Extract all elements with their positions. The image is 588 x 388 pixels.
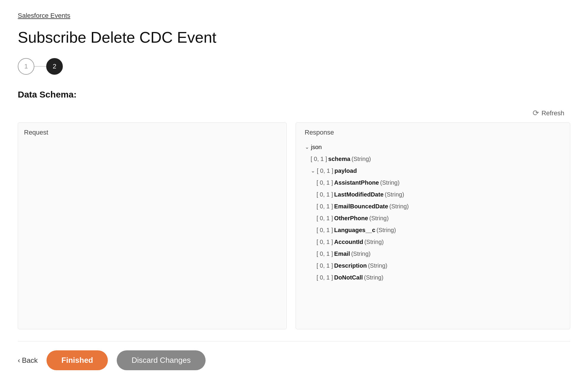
tree-row-root: ⌄ json (305, 141, 561, 153)
tree-row-LastModifiedDate: [ 0, 1 ] LastModifiedDate (String) (305, 189, 561, 200)
response-panel: Response ⌄ json [ 0, 1 ] schema (String)… (296, 122, 571, 329)
request-panel: Request (18, 122, 287, 329)
stepper: 1 2 (18, 58, 570, 75)
page-title: Subscribe Delete CDC Event (18, 28, 570, 46)
tree-row-Description: [ 0, 1 ] Description (String) (305, 260, 561, 272)
breadcrumb[interactable]: Salesforce Events (18, 12, 570, 20)
panels-row: Request Response ⌄ json [ 0, 1 ] schema … (18, 122, 570, 329)
response-tree: ⌄ json [ 0, 1 ] schema (String) ⌄ [ 0, 1… (305, 141, 561, 283)
back-button[interactable]: ‹ Back (18, 356, 38, 365)
chevron-json[interactable]: ⌄ (305, 142, 309, 152)
data-schema-label: Data Schema: (18, 90, 570, 100)
tree-row-DoNotCall: [ 0, 1 ] DoNotCall (String) (305, 272, 561, 283)
refresh-icon: ⟳ (533, 108, 539, 118)
tree-row-schema: [ 0, 1 ] schema (String) (305, 153, 561, 165)
tree-row-EmailBouncedDate: [ 0, 1 ] EmailBouncedDate (String) (305, 200, 561, 212)
step-connector (34, 66, 46, 67)
finished-button[interactable]: Finished (47, 350, 108, 370)
chevron-payload[interactable]: ⌄ (311, 166, 315, 175)
tree-row-Languages__c: [ 0, 1 ] Languages__c (String) (305, 224, 561, 236)
page-container: Salesforce Events Subscribe Delete CDC E… (0, 0, 588, 388)
tree-row-OtherPhone: [ 0, 1 ] OtherPhone (String) (305, 212, 561, 224)
tree-row-AccountId: [ 0, 1 ] AccountId (String) (305, 236, 561, 248)
request-label: Request (24, 129, 281, 136)
footer-bar: ‹ Back Finished Discard Changes (18, 341, 570, 376)
response-label: Response (305, 129, 561, 136)
refresh-row: ⟳ Refresh (18, 108, 570, 118)
discard-button[interactable]: Discard Changes (117, 350, 205, 370)
refresh-button[interactable]: ⟳ Refresh (533, 108, 564, 118)
tree-row-payload: ⌄ [ 0, 1 ] payload (305, 165, 561, 177)
step-2[interactable]: 2 (46, 58, 63, 75)
tree-row-Email: [ 0, 1 ] Email (String) (305, 248, 561, 260)
tree-row-AssistantPhone: [ 0, 1 ] AssistantPhone (String) (305, 177, 561, 189)
step-1[interactable]: 1 (18, 58, 34, 75)
back-chevron-icon: ‹ (18, 356, 20, 365)
